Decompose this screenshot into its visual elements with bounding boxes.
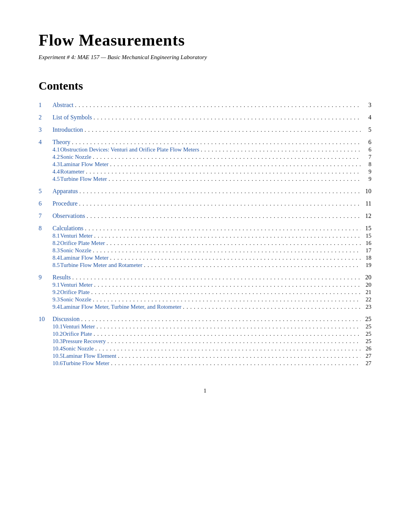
toc-dots: . . . . . . . . . . . . . . . . . . . . … — [80, 188, 361, 195]
toc-dots: . . . . . . . . . . . . . . . . . . . . … — [111, 360, 361, 367]
toc-page: 5 — [362, 126, 371, 133]
toc-subsection-10-1[interactable]: 10.1Venturi Meter . . . . . . . . . . . … — [39, 323, 371, 330]
toc-subsection-4-4[interactable]: 4.4Rotameter . . . . . . . . . . . . . .… — [39, 168, 371, 175]
toc-sub-label: Venturi Meter — [60, 233, 93, 239]
toc-section-3[interactable]: 3Introduction . . . . . . . . . . . . . … — [39, 126, 371, 133]
toc-page: 15 — [362, 225, 371, 232]
toc-sub-page: 27 — [362, 353, 371, 359]
toc-page: 25 — [362, 316, 371, 323]
toc: 1Abstract . . . . . . . . . . . . . . . … — [39, 102, 371, 372]
toc-dots: . . . . . . . . . . . . . . . . . . . . … — [85, 127, 361, 133]
toc-sub-page: 19 — [362, 262, 371, 269]
toc-label: Theory — [53, 139, 70, 146]
toc-subsection-9-3[interactable]: 9.3Sonic Nozzle . . . . . . . . . . . . … — [39, 296, 371, 303]
toc-section-5[interactable]: 5Apparatus . . . . . . . . . . . . . . .… — [39, 188, 371, 195]
toc-dots: . . . . . . . . . . . . . . . . . . . . … — [75, 102, 361, 109]
toc-sub-num: 4.5 — [39, 176, 60, 182]
toc-sub-num: 8.2 — [39, 240, 60, 246]
toc-subsection-4-1[interactable]: 4.1Obstruction Devices: Venturi and Orif… — [39, 146, 371, 153]
toc-dots: . . . . . . . . . . . . . . . . . . . . … — [93, 296, 361, 303]
toc-dots: . . . . . . . . . . . . . . . . . . . . … — [95, 345, 361, 352]
toc-subsection-10-3[interactable]: 10.3Pressure Recovery . . . . . . . . . … — [39, 338, 371, 345]
toc-sub-label: Turbine Flow Meter and Rotameter — [60, 262, 142, 269]
toc-dots: . . . . . . . . . . . . . . . . . . . . … — [107, 338, 361, 345]
toc-label: Calculations — [53, 225, 83, 232]
toc-section-8[interactable]: 8Calculations . . . . . . . . . . . . . … — [39, 225, 371, 232]
toc-sub-page: 25 — [362, 331, 371, 337]
toc-subsection-10-5[interactable]: 10.5Laminar Flow Element . . . . . . . .… — [39, 353, 371, 359]
toc-dots: . . . . . . . . . . . . . . . . . . . . … — [81, 316, 361, 323]
toc-sub-label: Sonic Nozzle — [60, 154, 91, 160]
toc-page: 4 — [362, 114, 371, 121]
toc-sub-label: Sonic Nozzle — [63, 345, 93, 352]
toc-label: Procedure — [53, 200, 78, 207]
toc-sub-page: 25 — [362, 338, 371, 345]
toc-section-10[interactable]: 10Discussion . . . . . . . . . . . . . .… — [39, 316, 371, 323]
toc-label: List of Symbols — [53, 114, 92, 121]
toc-sub-num: 8.5 — [39, 262, 60, 269]
toc-num: 7 — [39, 212, 53, 219]
toc-label: Observations — [53, 212, 85, 219]
toc-num: 8 — [39, 225, 53, 232]
toc-section-9[interactable]: 9Results . . . . . . . . . . . . . . . .… — [39, 274, 371, 281]
toc-sub-page: 17 — [362, 247, 371, 254]
toc-num: 1 — [39, 102, 53, 109]
toc-sub-page: 18 — [362, 255, 371, 261]
toc-subsection-4-3[interactable]: 4.3Laminar Flow Meter . . . . . . . . . … — [39, 161, 371, 168]
toc-section-4[interactable]: 4Theory . . . . . . . . . . . . . . . . … — [39, 139, 371, 146]
toc-num: 4 — [39, 139, 53, 146]
toc-dots: . . . . . . . . . . . . . . . . . . . . … — [108, 176, 361, 182]
toc-subsection-4-5[interactable]: 4.5Turbine Flow Meter . . . . . . . . . … — [39, 176, 371, 182]
toc-dots: . . . . . . . . . . . . . . . . . . . . … — [110, 255, 361, 261]
toc-label: Discussion — [53, 316, 80, 323]
toc-num: 3 — [39, 126, 53, 133]
toc-sub-label: Laminar Flow Meter — [60, 255, 108, 261]
toc-label: Introduction — [53, 126, 83, 133]
toc-sub-num: 9.2 — [39, 289, 60, 296]
toc-section-2[interactable]: 2List of Symbols . . . . . . . . . . . .… — [39, 114, 371, 121]
toc-dots: . . . . . . . . . . . . . . . . . . . . … — [118, 353, 361, 359]
toc-dots: . . . . . . . . . . . . . . . . . . . . … — [110, 161, 361, 168]
toc-sub-label: Laminar Flow Meter — [60, 161, 108, 168]
toc-subsection-8-2[interactable]: 8.2Orifice Plate Meter . . . . . . . . .… — [39, 240, 371, 246]
toc-sub-page: 6 — [362, 146, 371, 153]
toc-sub-page: 27 — [362, 360, 371, 367]
toc-sub-label: Orifice Plate — [60, 289, 90, 296]
toc-sub-num: 9.1 — [39, 282, 60, 288]
toc-subsection-10-2[interactable]: 10.2Orifice Plate . . . . . . . . . . . … — [39, 331, 371, 337]
toc-page: 10 — [362, 188, 371, 195]
toc-sub-num: 10.6 — [39, 360, 63, 367]
toc-subsection-8-3[interactable]: 8.3Sonic Nozzle . . . . . . . . . . . . … — [39, 247, 371, 254]
toc-subsection-9-1[interactable]: 9.1Venturi Meter . . . . . . . . . . . .… — [39, 282, 371, 288]
toc-sub-label: Turbine Flow Meter — [60, 176, 107, 182]
toc-subsection-8-1[interactable]: 8.1Venturi Meter . . . . . . . . . . . .… — [39, 233, 371, 239]
toc-sub-page: 26 — [362, 345, 371, 352]
toc-subsection-10-4[interactable]: 10.4Sonic Nozzle . . . . . . . . . . . .… — [39, 345, 371, 352]
toc-subsection-4-2[interactable]: 4.2Sonic Nozzle . . . . . . . . . . . . … — [39, 154, 371, 160]
toc-sub-page: 21 — [362, 289, 371, 296]
toc-sub-label: Venturi Meter — [60, 282, 93, 288]
toc-sub-label: Orifice Plate Meter — [60, 240, 105, 246]
toc-dots: . . . . . . . . . . . . . . . . . . . . … — [94, 282, 361, 288]
toc-sub-label: Orifice Plate — [63, 331, 92, 337]
toc-sub-num: 8.1 — [39, 233, 60, 239]
toc-sub-label: Venturi Meter — [63, 323, 95, 330]
toc-sub-num: 10.1 — [39, 323, 63, 330]
toc-sub-page: 20 — [362, 282, 371, 288]
toc-dots: . . . . . . . . . . . . . . . . . . . . … — [93, 331, 361, 337]
toc-label: Abstract — [53, 102, 73, 109]
toc-sub-num: 4.2 — [39, 154, 60, 160]
toc-section-1[interactable]: 1Abstract . . . . . . . . . . . . . . . … — [39, 102, 371, 109]
toc-section-7[interactable]: 7Observations . . . . . . . . . . . . . … — [39, 212, 371, 219]
toc-dots: . . . . . . . . . . . . . . . . . . . . … — [72, 274, 361, 281]
toc-dots: . . . . . . . . . . . . . . . . . . . . … — [93, 114, 361, 121]
toc-subsection-9-4[interactable]: 9.4Laminar Flow Meter, Turbine Meter, an… — [39, 304, 371, 310]
toc-subsection-8-4[interactable]: 8.4Laminar Flow Meter . . . . . . . . . … — [39, 255, 371, 261]
toc-subsection-8-5[interactable]: 8.5Turbine Flow Meter and Rotameter . . … — [39, 262, 371, 269]
toc-section-6[interactable]: 6Procedure . . . . . . . . . . . . . . .… — [39, 200, 371, 207]
toc-subsection-9-2[interactable]: 9.2Orifice Plate . . . . . . . . . . . .… — [39, 289, 371, 296]
toc-page: 11 — [362, 200, 371, 207]
toc-dots: . . . . . . . . . . . . . . . . . . . . … — [93, 154, 361, 160]
toc-subsection-10-6[interactable]: 10.6Turbine Flow Meter . . . . . . . . .… — [39, 360, 371, 367]
toc-dots: . . . . . . . . . . . . . . . . . . . . … — [91, 289, 361, 296]
